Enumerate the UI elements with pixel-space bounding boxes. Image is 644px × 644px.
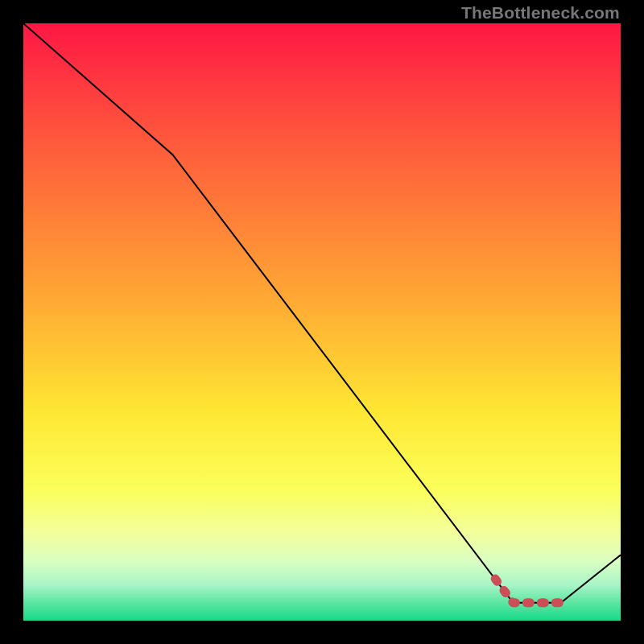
chart-svg	[23, 23, 621, 621]
plot-area	[23, 23, 621, 621]
attribution-label: TheBottleneck.com	[461, 3, 620, 23]
gradient-rect	[23, 23, 621, 621]
chart-container: TheBottleneck.com	[0, 0, 644, 644]
